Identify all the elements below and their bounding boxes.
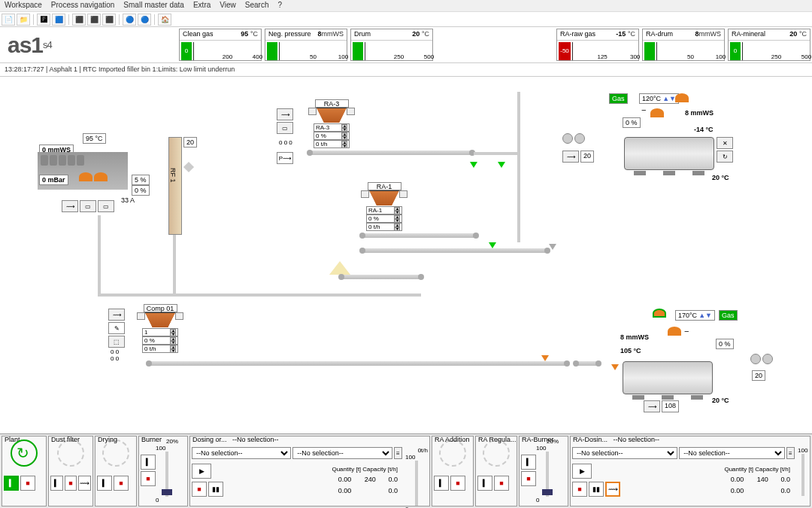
pause-button[interactable]: ▮▮	[589, 482, 604, 497]
hopper-rate[interactable]: 0 t/h▴▾	[366, 223, 402, 231]
run-button[interactable]: ▍	[434, 476, 449, 491]
hopper-Comp 01[interactable]: Comp 01 1▴▾ 0 %▴▾ 0 t/h▴▾	[137, 304, 183, 353]
menu-search[interactable]: Search	[245, 1, 269, 11]
control-button[interactable]: ▭	[80, 200, 96, 212]
gas-indicator[interactable]: Gas	[719, 310, 738, 321]
menu-extra[interactable]: Extra	[193, 1, 211, 11]
pct-readout[interactable]: 5 %	[132, 175, 150, 185]
plant-onoff[interactable]	[11, 440, 38, 467]
run-button[interactable]: ▍	[141, 455, 156, 470]
drying-onoff[interactable]	[102, 440, 129, 467]
ra-burner-slider[interactable]: 20% 100 0	[536, 438, 559, 491]
ra-dosing-slider[interactable]: 100	[798, 447, 808, 500]
main-drum[interactable]	[623, 361, 713, 394]
aux-button[interactable]: ⟿	[605, 482, 620, 497]
control-button[interactable]: ⟿	[62, 200, 78, 212]
hopper-button[interactable]	[399, 190, 408, 198]
control-button[interactable]: ⟿	[562, 151, 579, 163]
control-button[interactable]: ⟿	[644, 400, 660, 412]
refresh-button[interactable]: ↻	[717, 151, 733, 163]
burner-slider[interactable]: 20% 100 0	[156, 438, 178, 491]
play-button[interactable]: ▶	[572, 464, 592, 479]
ra-add-onoff[interactable]	[439, 440, 466, 467]
tool-icon[interactable]: ⬛	[102, 14, 116, 26]
aux-button[interactable]: ≡	[786, 447, 795, 459]
motor-icon[interactable]	[562, 133, 573, 144]
hopper-pct[interactable]: 0 %▴▾	[314, 132, 350, 140]
pause-button[interactable]: ▮▮	[208, 482, 223, 497]
hopper-RA-1[interactable]: RA-1 RA-1▴▾ 0 %▴▾ 0 t/h▴▾	[361, 182, 408, 231]
motor-icon[interactable]	[750, 354, 761, 364]
tool-icon[interactable]: 🅿	[37, 14, 50, 26]
dosing-slider[interactable]: 0t/h 100 0	[405, 447, 428, 500]
tool-icon[interactable]: 🟦	[52, 14, 65, 26]
play-button[interactable]: ▶	[192, 464, 211, 479]
pct-readout[interactable]: 0 %	[716, 339, 734, 349]
val-input[interactable]: 20	[752, 370, 765, 381]
hopper-button[interactable]	[175, 312, 183, 320]
temp-setpoint[interactable]: 120°C▲▼	[639, 93, 679, 104]
gas-indicator[interactable]: Gas	[609, 93, 628, 104]
valve-icon[interactable]	[183, 162, 194, 172]
menu-help[interactable]: ?	[277, 1, 282, 11]
dosing-select-2[interactable]: --No selection--	[292, 447, 392, 459]
tool-button[interactable]: ⟿	[108, 309, 125, 321]
run-button[interactable]: ▍	[97, 476, 112, 491]
tool-button[interactable]: ✎	[108, 322, 125, 334]
menu-view[interactable]: View	[220, 1, 236, 11]
hopper-button[interactable]	[137, 312, 145, 320]
control-button[interactable]: ▭	[98, 200, 114, 212]
val-input[interactable]: 20	[580, 151, 594, 163]
tool-button[interactable]: ⬚	[108, 336, 125, 348]
hopper-button[interactable]	[308, 108, 317, 115]
hopper-button[interactable]	[347, 108, 355, 115]
pct-readout[interactable]: 0 %	[623, 117, 641, 128]
hopper-button[interactable]	[361, 190, 369, 198]
stop-button[interactable]: ■	[65, 476, 77, 491]
motor-icon[interactable]	[574, 133, 585, 144]
temp-setpoint[interactable]: 170°C▲▼	[675, 310, 715, 321]
aux-button[interactable]: ⟿	[78, 476, 91, 491]
hopper-RA-3[interactable]: RA-3 RA-3▴▾ 0 %▴▾ 0 t/h▴▾	[308, 99, 355, 148]
hopper-rate[interactable]: 0 t/h▴▾	[314, 140, 350, 148]
stop-button[interactable]: ■	[141, 471, 156, 486]
hopper-pct[interactable]: 0 %▴▾	[142, 336, 178, 345]
run-button[interactable]: ▍	[521, 455, 536, 470]
stop-button[interactable]: ■	[114, 476, 129, 491]
ra-dosing-select-2[interactable]: --No selection--	[679, 447, 784, 459]
hopper-rate[interactable]: 0 t/h▴▾	[142, 345, 178, 353]
aux-button[interactable]: ≡	[394, 447, 402, 459]
tool-icon[interactable]: 🔵	[138, 14, 151, 26]
motor-icon[interactable]	[762, 354, 773, 364]
ra-reg-onoff[interactable]	[483, 440, 510, 467]
menu-process-nav[interactable]: Process navigation	[51, 1, 115, 11]
pct-readout[interactable]: 0 %	[132, 185, 150, 196]
ra-drum[interactable]	[624, 137, 714, 170]
menu-small-master[interactable]: Small master data	[123, 1, 184, 11]
run-button[interactable]: ▍	[50, 476, 63, 491]
stop-button[interactable]: ■	[192, 482, 207, 497]
stop-button[interactable]: ■	[572, 482, 587, 497]
dosing-select-1[interactable]: --No selection--	[192, 447, 291, 459]
stop-button[interactable]: ■	[494, 476, 509, 491]
tool-icon[interactable]: ⬛	[87, 14, 101, 26]
tool-icon[interactable]: 📁	[17, 14, 30, 26]
stop-button[interactable]: ■	[450, 476, 465, 491]
ra-dosing-select-1[interactable]: --No selection--	[572, 447, 677, 459]
tool-icon[interactable]: 🏠	[158, 14, 171, 26]
menu-workspace[interactable]: Workspace	[5, 1, 42, 11]
val-input[interactable]: 108	[662, 400, 679, 412]
tool-button[interactable]: ⟿	[277, 108, 293, 120]
run-button[interactable]: ▍	[4, 476, 19, 491]
stop-button[interactable]: ■	[20, 476, 35, 491]
hopper-pct[interactable]: 0 %▴▾	[366, 214, 402, 223]
tool-icon[interactable]: 📄	[2, 14, 15, 26]
tool-button[interactable]: ▭	[277, 122, 293, 134]
dust-onoff[interactable]	[57, 440, 84, 467]
tool-icon[interactable]: 🔵	[123, 14, 136, 26]
tool-button[interactable]: P⟿	[277, 152, 293, 164]
run-button[interactable]: ▍	[477, 476, 492, 491]
reset-button[interactable]: ✕	[717, 137, 733, 149]
tool-icon[interactable]: ⬛	[72, 14, 86, 26]
stop-button[interactable]: ■	[521, 471, 536, 486]
